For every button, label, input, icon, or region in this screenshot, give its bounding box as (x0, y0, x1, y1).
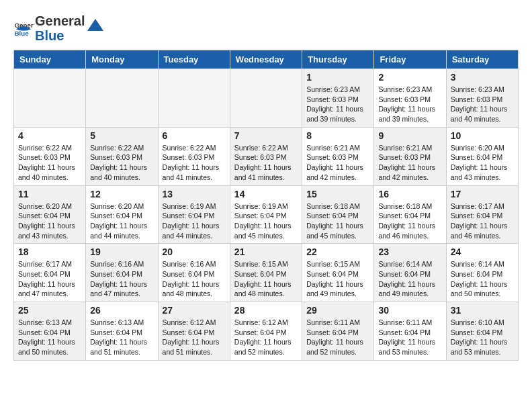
day-number: 28 (234, 305, 298, 316)
calendar-cell: 13Sunrise: 6:19 AM Sunset: 6:04 PM Dayli… (158, 185, 230, 244)
day-number: 21 (234, 246, 298, 257)
calendar-table: SundayMondayTuesdayWednesdayThursdayFrid… (13, 50, 519, 361)
day-info: Sunrise: 6:19 AM Sunset: 6:04 PM Dayligh… (234, 201, 298, 241)
day-info: Sunrise: 6:21 AM Sunset: 6:03 PM Dayligh… (378, 143, 441, 183)
calendar-cell: 14Sunrise: 6:19 AM Sunset: 6:04 PM Dayli… (230, 185, 302, 244)
day-info: Sunrise: 6:13 AM Sunset: 6:04 PM Dayligh… (18, 318, 81, 357)
day-info: Sunrise: 6:14 AM Sunset: 6:04 PM Dayligh… (451, 259, 514, 299)
calendar-cell: 12Sunrise: 6:20 AM Sunset: 6:04 PM Dayli… (86, 185, 158, 244)
logo-icon: General Blue (13, 18, 34, 38)
day-info: Sunrise: 6:12 AM Sunset: 6:04 PM Dayligh… (234, 318, 298, 357)
calendar-cell: 16Sunrise: 6:18 AM Sunset: 6:04 PM Dayli… (374, 185, 446, 244)
calendar-cell: 9Sunrise: 6:21 AM Sunset: 6:03 PM Daylig… (374, 127, 446, 185)
calendar-cell: 28Sunrise: 6:12 AM Sunset: 6:04 PM Dayli… (230, 302, 302, 361)
day-info: Sunrise: 6:11 AM Sunset: 6:04 PM Dayligh… (306, 318, 369, 357)
svg-text:Blue: Blue (15, 30, 30, 37)
day-info: Sunrise: 6:23 AM Sunset: 6:03 PM Dayligh… (306, 85, 369, 124)
day-number: 16 (378, 189, 441, 199)
calendar-cell: 11Sunrise: 6:20 AM Sunset: 6:04 PM Dayli… (14, 185, 86, 244)
calendar-cell: 23Sunrise: 6:14 AM Sunset: 6:04 PM Dayli… (374, 244, 446, 302)
day-number: 22 (306, 246, 369, 257)
calendar-cell (86, 69, 158, 128)
day-info: Sunrise: 6:20 AM Sunset: 6:04 PM Dayligh… (451, 143, 514, 183)
header-row: SundayMondayTuesdayWednesdayThursdayFrid… (14, 50, 519, 69)
day-number: 7 (234, 130, 298, 141)
day-info: Sunrise: 6:20 AM Sunset: 6:04 PM Dayligh… (90, 201, 153, 241)
day-header-friday: Friday (374, 50, 446, 69)
day-info: Sunrise: 6:23 AM Sunset: 6:03 PM Dayligh… (378, 85, 441, 124)
calendar-week-4: 18Sunrise: 6:17 AM Sunset: 6:04 PM Dayli… (14, 244, 519, 302)
day-number: 10 (451, 130, 514, 141)
calendar-cell: 21Sunrise: 6:15 AM Sunset: 6:04 PM Dayli… (230, 244, 302, 302)
calendar-cell: 8Sunrise: 6:21 AM Sunset: 6:03 PM Daylig… (302, 127, 374, 185)
day-number: 5 (90, 130, 153, 141)
day-info: Sunrise: 6:15 AM Sunset: 6:04 PM Dayligh… (234, 259, 298, 299)
day-number: 20 (163, 246, 226, 257)
calendar-cell: 5Sunrise: 6:22 AM Sunset: 6:03 PM Daylig… (86, 127, 158, 185)
calendar-cell: 29Sunrise: 6:11 AM Sunset: 6:04 PM Dayli… (302, 302, 374, 361)
calendar-week-3: 11Sunrise: 6:20 AM Sunset: 6:04 PM Dayli… (14, 185, 519, 244)
calendar-cell: 18Sunrise: 6:17 AM Sunset: 6:04 PM Dayli… (14, 244, 86, 302)
day-info: Sunrise: 6:22 AM Sunset: 6:03 PM Dayligh… (163, 143, 226, 183)
day-info: Sunrise: 6:19 AM Sunset: 6:04 PM Dayligh… (163, 201, 226, 241)
page-header: General Blue General Blue (13, 13, 519, 43)
calendar-cell: 30Sunrise: 6:11 AM Sunset: 6:04 PM Dayli… (374, 302, 446, 361)
day-header-thursday: Thursday (302, 50, 374, 69)
calendar-cell: 10Sunrise: 6:20 AM Sunset: 6:04 PM Dayli… (446, 127, 518, 185)
day-number: 17 (451, 189, 514, 199)
day-number: 6 (163, 130, 226, 141)
day-number: 27 (163, 305, 226, 316)
calendar-cell: 19Sunrise: 6:16 AM Sunset: 6:04 PM Dayli… (86, 244, 158, 302)
calendar-cell (158, 69, 230, 128)
day-number: 30 (378, 305, 441, 316)
day-number: 13 (163, 189, 226, 199)
day-number: 24 (451, 246, 514, 257)
calendar-cell: 2Sunrise: 6:23 AM Sunset: 6:03 PM Daylig… (374, 69, 446, 128)
day-number: 23 (378, 246, 441, 257)
day-number: 12 (90, 189, 153, 199)
calendar-header: SundayMondayTuesdayWednesdayThursdayFrid… (14, 50, 519, 69)
day-info: Sunrise: 6:22 AM Sunset: 6:03 PM Dayligh… (90, 143, 153, 183)
calendar-cell (230, 69, 302, 128)
calendar-cell: 17Sunrise: 6:17 AM Sunset: 6:04 PM Dayli… (446, 185, 518, 244)
day-number: 26 (90, 305, 153, 316)
calendar-cell: 26Sunrise: 6:13 AM Sunset: 6:04 PM Dayli… (86, 302, 158, 361)
day-number: 25 (18, 305, 81, 316)
day-number: 2 (378, 72, 441, 83)
svg-marker-2 (87, 19, 103, 31)
calendar-week-1: 1Sunrise: 6:23 AM Sunset: 6:03 PM Daylig… (14, 69, 519, 128)
logo-blue-text: Blue (35, 28, 85, 43)
day-header-monday: Monday (86, 50, 158, 69)
day-number: 14 (234, 189, 298, 199)
day-info: Sunrise: 6:14 AM Sunset: 6:04 PM Dayligh… (378, 259, 441, 299)
day-info: Sunrise: 6:17 AM Sunset: 6:04 PM Dayligh… (18, 259, 81, 299)
calendar-cell: 24Sunrise: 6:14 AM Sunset: 6:04 PM Dayli… (446, 244, 518, 302)
calendar-cell: 4Sunrise: 6:22 AM Sunset: 6:03 PM Daylig… (14, 127, 86, 185)
day-number: 9 (378, 130, 441, 141)
day-header-wednesday: Wednesday (230, 50, 302, 69)
calendar-week-2: 4Sunrise: 6:22 AM Sunset: 6:03 PM Daylig… (14, 127, 519, 185)
day-info: Sunrise: 6:18 AM Sunset: 6:04 PM Dayligh… (306, 201, 369, 241)
calendar-cell: 7Sunrise: 6:22 AM Sunset: 6:03 PM Daylig… (230, 127, 302, 185)
calendar-cell (14, 69, 86, 128)
day-info: Sunrise: 6:13 AM Sunset: 6:04 PM Dayligh… (90, 318, 153, 357)
day-number: 29 (306, 305, 369, 316)
day-info: Sunrise: 6:11 AM Sunset: 6:04 PM Dayligh… (378, 318, 441, 357)
day-info: Sunrise: 6:15 AM Sunset: 6:04 PM Dayligh… (306, 259, 369, 299)
day-number: 18 (18, 246, 81, 257)
day-number: 1 (306, 72, 369, 83)
day-number: 11 (18, 189, 81, 199)
calendar-cell: 15Sunrise: 6:18 AM Sunset: 6:04 PM Dayli… (302, 185, 374, 244)
logo-general-text: General (35, 13, 85, 28)
day-header-saturday: Saturday (446, 50, 518, 69)
day-number: 19 (90, 246, 153, 257)
day-header-sunday: Sunday (14, 50, 86, 69)
day-info: Sunrise: 6:22 AM Sunset: 6:03 PM Dayligh… (18, 143, 81, 183)
day-info: Sunrise: 6:20 AM Sunset: 6:04 PM Dayligh… (18, 201, 81, 241)
day-info: Sunrise: 6:12 AM Sunset: 6:04 PM Dayligh… (163, 318, 226, 357)
day-info: Sunrise: 6:22 AM Sunset: 6:03 PM Dayligh… (234, 143, 298, 183)
day-info: Sunrise: 6:10 AM Sunset: 6:04 PM Dayligh… (451, 318, 514, 357)
day-number: 3 (451, 72, 514, 83)
calendar-cell: 3Sunrise: 6:23 AM Sunset: 6:03 PM Daylig… (446, 69, 518, 128)
day-info: Sunrise: 6:21 AM Sunset: 6:03 PM Dayligh… (306, 143, 369, 183)
